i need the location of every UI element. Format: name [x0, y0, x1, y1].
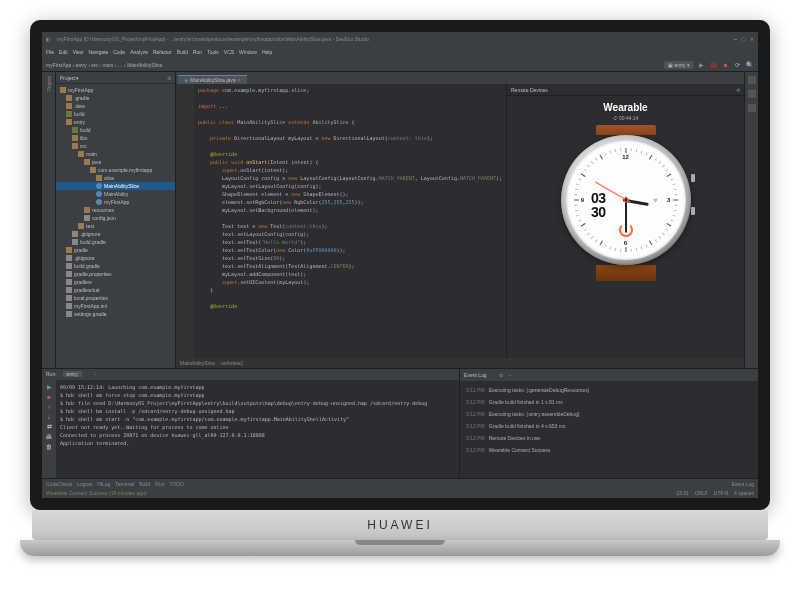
- run-console[interactable]: 09/09 15:12:14: Launching com.example.my…: [56, 380, 459, 478]
- minimize-icon[interactable]: −: [509, 372, 512, 378]
- tree-node-n2[interactable]: .idea: [56, 102, 175, 110]
- down-icon[interactable]: ↓: [45, 413, 53, 421]
- screen-bezel: ◧ myFirstApp [D:\HarmonyOS_Project\myFir…: [30, 20, 770, 510]
- project-toolwindow-button[interactable]: Project: [46, 76, 52, 92]
- menu-window[interactable]: Window: [239, 49, 257, 55]
- menu-code[interactable]: Code: [113, 49, 125, 55]
- tree-node-n18[interactable]: .gitignore: [56, 230, 175, 238]
- trash-icon[interactable]: 🗑: [45, 443, 53, 451]
- run-title: Run:: [46, 371, 57, 377]
- breadcrumb[interactable]: myFirstApp › entry › src › main › … › Ma…: [46, 62, 162, 68]
- tree-node-n21[interactable]: .gitignore: [56, 254, 175, 262]
- tree-node-n27[interactable]: myFirstApp.iml: [56, 302, 175, 310]
- run-tab[interactable]: entry: [63, 371, 82, 377]
- tree-node-n3[interactable]: build: [56, 110, 175, 118]
- tree-node-n23[interactable]: gradle.properties: [56, 270, 175, 278]
- event-log-item: 3:12 PMExecuting tasks: [:entry:assemble…: [466, 408, 752, 420]
- main-area: Project Project ▾ ⚙ myFirstApp.gradle.id…: [42, 72, 758, 368]
- tree-node-n10[interactable]: com.example.myfirstapp: [56, 166, 175, 174]
- menu-analyze[interactable]: Analyze: [130, 49, 148, 55]
- up-icon[interactable]: ↑: [45, 403, 53, 411]
- tree-node-n7[interactable]: src: [56, 142, 175, 150]
- dock-logcat[interactable]: Logcat: [77, 481, 92, 487]
- tree-node-n26[interactable]: local.properties: [56, 294, 175, 302]
- left-gutter: Project: [42, 72, 56, 368]
- code-editor[interactable]: package com.example.myfirstapp.slice; im…: [176, 84, 506, 358]
- tree-node-n20[interactable]: gradle: [56, 246, 175, 254]
- run-button[interactable]: ▶: [697, 60, 706, 69]
- close-icon[interactable]: ✕: [750, 36, 754, 42]
- rerun-icon[interactable]: ▶: [45, 383, 53, 391]
- menu-file[interactable]: File: [46, 49, 54, 55]
- hour-9: 9: [581, 197, 584, 203]
- tree-node-n16[interactable]: config.json: [56, 214, 175, 222]
- gear-icon[interactable]: ⚙: [499, 372, 503, 378]
- tree-node-n19[interactable]: build.gradle: [56, 238, 175, 246]
- tree-node-n11[interactable]: slice: [56, 174, 175, 182]
- tree-node-n17[interactable]: test: [56, 222, 175, 230]
- sync-button[interactable]: ⟳: [733, 60, 742, 69]
- status-encoding[interactable]: UTF-8: [714, 490, 728, 496]
- dock-codecheck[interactable]: CodeCheck: [46, 481, 72, 487]
- dock-terminal[interactable]: Terminal: [115, 481, 134, 487]
- menu-vcs[interactable]: VCS: [224, 49, 234, 55]
- menu-navigate[interactable]: Navigate: [88, 49, 108, 55]
- folder-icon: [66, 295, 72, 301]
- min-icon[interactable]: ━: [734, 36, 737, 42]
- close-tab-icon[interactable]: ×: [238, 77, 241, 83]
- menu-run[interactable]: Run: [193, 49, 202, 55]
- tree-node-n25[interactable]: gradlew.bat: [56, 286, 175, 294]
- dock-run[interactable]: Run: [155, 481, 164, 487]
- tree-node-n6[interactable]: libs: [56, 134, 175, 142]
- print-icon[interactable]: 🖶: [45, 433, 53, 441]
- gear-icon[interactable]: ⚙: [736, 87, 740, 93]
- project-tree[interactable]: myFirstApp.gradle.ideabuildentrybuildlib…: [56, 84, 175, 368]
- status-indent[interactable]: 4 spaces: [734, 490, 754, 496]
- tree-node-n4[interactable]: entry: [56, 118, 175, 126]
- run-config-dropdown[interactable]: ▣ entry ▾: [664, 61, 694, 69]
- status-line-ending[interactable]: CRLF: [695, 490, 708, 496]
- tree-node-n14[interactable]: myFirstApp: [56, 198, 175, 206]
- stop-icon[interactable]: ■: [45, 393, 53, 401]
- tree-node-n24[interactable]: gradlew: [56, 278, 175, 286]
- tree-node-n13[interactable]: MainAbility: [56, 190, 175, 198]
- event-log-body[interactable]: 3:11 PMExecuting tasks: [:generateDebugR…: [460, 381, 758, 478]
- tree-node-n9[interactable]: java: [56, 158, 175, 166]
- menu-build[interactable]: Build: [177, 49, 188, 55]
- tree-node-n5[interactable]: build: [56, 126, 175, 134]
- tree-node-n1[interactable]: .gradle: [56, 94, 175, 102]
- debug-button[interactable]: 🐞: [709, 60, 718, 69]
- code-body[interactable]: package com.example.myfirstapp.slice; im…: [194, 84, 506, 358]
- crumb-method[interactable]: onActive(): [221, 360, 244, 366]
- device-toolwindow-button[interactable]: [748, 90, 756, 98]
- tree-node-n12[interactable]: MainAbilitySlice: [56, 182, 175, 190]
- gradle-toolwindow-button[interactable]: [748, 76, 756, 84]
- tree-node-n28[interactable]: settings.gradle: [56, 310, 175, 318]
- editor-tab[interactable]: ◉ MainAbilitySlice.java ×: [178, 75, 247, 84]
- stop-button[interactable]: ■: [721, 60, 730, 69]
- tree-node-n15[interactable]: resources: [56, 206, 175, 214]
- dock-build[interactable]: Build: [139, 481, 150, 487]
- menu-edit[interactable]: Edit: [59, 49, 68, 55]
- dock-todo[interactable]: TODO: [169, 481, 183, 487]
- dock-eventlog[interactable]: Event Log: [731, 481, 754, 487]
- heart-rate-icon: ♥: [653, 196, 658, 205]
- menu-tools[interactable]: Tools: [207, 49, 219, 55]
- menu-refactor[interactable]: Refactor: [153, 49, 172, 55]
- tree-node-n0[interactable]: myFirstApp: [56, 86, 175, 94]
- crumb-class[interactable]: MainAbilitySlice: [180, 360, 215, 366]
- menu-view[interactable]: View: [73, 49, 84, 55]
- tree-node-n22[interactable]: build.gradle: [56, 262, 175, 270]
- watch-crown: [691, 174, 695, 182]
- gear-icon[interactable]: ⚙: [167, 75, 171, 81]
- maven-toolwindow-button[interactable]: [748, 104, 756, 112]
- search-icon[interactable]: 🔍: [745, 60, 754, 69]
- max-icon[interactable]: ▢: [741, 36, 746, 42]
- menu-help[interactable]: Help: [262, 49, 272, 55]
- minimize-icon[interactable]: −: [94, 371, 97, 377]
- hour-3: 3: [667, 197, 670, 203]
- dock-hilog[interactable]: HiLog: [97, 481, 110, 487]
- tree-node-n8[interactable]: main: [56, 150, 175, 158]
- folder-icon: [66, 255, 72, 261]
- wrap-icon[interactable]: ⇄: [45, 423, 53, 431]
